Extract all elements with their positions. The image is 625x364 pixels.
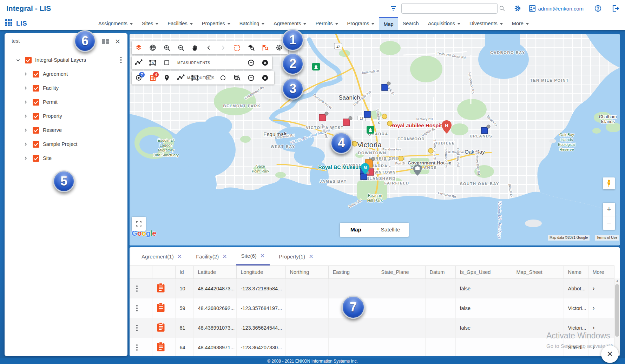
col-state-plane[interactable]: State_Plane <box>377 266 425 279</box>
query-pin-icon[interactable] <box>160 71 174 85</box>
back-icon[interactable] <box>202 41 216 54</box>
nav-sites[interactable]: Sites <box>137 17 163 30</box>
tree-item-reserve[interactable]: Reserve <box>5 124 127 136</box>
checkbox-checked[interactable] <box>33 127 39 134</box>
yellow-dot-marker[interactable] <box>387 121 392 126</box>
trailhead-marker[interactable] <box>367 126 374 134</box>
yellow-dot-marker[interactable] <box>352 141 357 146</box>
chevron-collapsed-icon[interactable] <box>22 155 29 162</box>
checkbox-checked[interactable] <box>25 57 32 63</box>
row-expand-icon[interactable]: › <box>593 285 595 292</box>
row-expand-icon[interactable]: › <box>593 324 595 331</box>
close-toolbar-icon[interactable] <box>258 71 272 85</box>
nav-facilities[interactable]: Facilities <box>163 17 197 30</box>
satellite-type-button[interactable]: Satellite <box>372 223 409 237</box>
user-avatar-icon[interactable] <box>528 4 537 13</box>
table-row[interactable]: 5948.436802692...-123.357684197... false… <box>130 298 614 318</box>
chevron-collapsed-icon[interactable] <box>22 85 29 92</box>
row-expand-icon[interactable]: › <box>593 344 595 351</box>
clipboard-icon[interactable] <box>157 308 165 314</box>
globe-icon[interactable] <box>146 41 160 54</box>
yellow-dot-marker[interactable] <box>428 148 433 153</box>
yellow-dot-marker[interactable] <box>399 156 403 161</box>
tab-close-icon[interactable]: ✕ <box>177 253 182 260</box>
tree-item-property[interactable]: Property <box>5 110 127 122</box>
yellow-dot-marker[interactable] <box>382 114 387 119</box>
checkbox-checked[interactable] <box>33 113 39 120</box>
nav-acquisitions[interactable]: Acquisitions <box>423 17 465 30</box>
checkbox-checked[interactable] <box>33 141 39 148</box>
scrollbar-thumb[interactable] <box>615 284 619 337</box>
table-row[interactable]: 1048.444204873...-123.372189584... false… <box>130 279 614 298</box>
nav-map[interactable]: Map <box>379 17 398 30</box>
pegman-streetview-icon[interactable] <box>603 177 615 189</box>
col-latitude[interactable]: Latitude <box>193 266 236 279</box>
pan-hand-icon[interactable] <box>188 41 202 54</box>
zoom-in-icon[interactable] <box>160 41 174 54</box>
flag-search-icon[interactable] <box>258 41 272 54</box>
col-northing[interactable]: Northing <box>285 266 328 279</box>
query-polyline-icon[interactable] <box>174 71 188 85</box>
row-menu-icon[interactable] <box>134 305 140 311</box>
table-row[interactable]: 6148.438991073...-123.365624544... false… <box>130 318 614 338</box>
filter-icon[interactable] <box>389 4 398 13</box>
query-grid-icon[interactable]: 4 <box>146 71 160 85</box>
nav-assignments[interactable]: Assignments <box>94 17 137 30</box>
map-type-button[interactable]: Map <box>340 223 372 237</box>
tab-property[interactable]: Property(1)✕ <box>274 247 318 265</box>
row-menu-icon[interactable] <box>134 325 140 331</box>
tab-close-icon[interactable]: ✕ <box>222 253 227 260</box>
chevron-collapsed-icon[interactable] <box>22 141 29 148</box>
forward-icon-disabled[interactable] <box>216 41 230 54</box>
measure-rectangle-icon[interactable] <box>160 56 174 69</box>
minimize-toolbar-icon[interactable] <box>244 56 258 69</box>
measure-textbox-icon[interactable]: A <box>146 56 160 69</box>
chevron-collapsed-icon[interactable] <box>22 70 29 77</box>
nav-more[interactable]: More <box>507 17 533 30</box>
query-rectangle-icon[interactable] <box>202 71 216 85</box>
col-easting[interactable]: Easting <box>328 266 377 279</box>
clipboard-icon[interactable] <box>157 328 165 333</box>
row-menu-icon[interactable] <box>134 285 140 292</box>
select-rectangle-icon[interactable] <box>230 41 244 54</box>
settings-gear-icon[interactable] <box>513 4 522 13</box>
tab-agreement[interactable]: Agreement(1)✕ <box>137 247 187 265</box>
user-email[interactable]: admin@enkon.com <box>538 6 584 12</box>
map-canvas[interactable]: Victoria, BC - Port Angeles, WA Victoria… <box>130 34 620 245</box>
tree-item-site[interactable]: Site <box>5 152 127 164</box>
nav-divestments[interactable]: Divestments <box>465 17 507 30</box>
tab-close-icon[interactable]: ✕ <box>260 252 265 259</box>
kebab-menu-icon[interactable] <box>120 56 122 65</box>
close-toolbar-icon[interactable] <box>258 56 272 69</box>
layers-icon[interactable] <box>132 41 146 54</box>
blue-square-marker[interactable] <box>364 111 370 117</box>
tab-close-icon[interactable]: ✕ <box>309 253 313 260</box>
fullscreen-button[interactable] <box>132 217 146 231</box>
col-map-sheet[interactable]: Map_Sheet <box>512 266 564 279</box>
query-textbox-icon[interactable]: A <box>188 71 202 85</box>
checkbox-checked[interactable] <box>33 155 39 162</box>
col-more[interactable]: More <box>588 266 614 279</box>
panel-close-button[interactable]: ✕ <box>601 345 619 363</box>
apps-grid-icon[interactable] <box>5 19 13 28</box>
clipboard-icon[interactable] <box>157 288 165 294</box>
identify-icon[interactable] <box>244 41 258 54</box>
col-id[interactable]: Id <box>175 266 193 279</box>
terms-of-use-link[interactable]: Terms of Use <box>595 235 619 241</box>
table-scrollbar[interactable]: ▲ ▼ <box>614 278 620 356</box>
search-icon[interactable] <box>498 4 507 13</box>
query-target-icon[interactable]: 7 <box>132 71 146 85</box>
logout-icon[interactable] <box>611 4 620 13</box>
query-circle-icon[interactable] <box>216 71 230 85</box>
col-longitude[interactable]: Longitude <box>236 266 285 279</box>
tree-item-permit[interactable]: Permit <box>5 96 127 108</box>
nav-programs[interactable]: Programs <box>343 17 379 30</box>
nav-search[interactable]: Search <box>398 17 423 30</box>
tree-item-sample-project[interactable]: Sample Project <box>5 138 127 150</box>
tab-site-active[interactable]: Site(6)✕ <box>236 247 270 265</box>
sidebar-close-icon[interactable]: ✕ <box>115 38 120 46</box>
google-logo[interactable]: Google <box>132 229 156 237</box>
tree-item-agreement[interactable]: Agreement <box>5 68 127 80</box>
tree-root-integral-spatial-layers[interactable]: Integral-Spatial Layers <box>5 54 127 66</box>
zoom-out-icon[interactable] <box>174 41 188 54</box>
